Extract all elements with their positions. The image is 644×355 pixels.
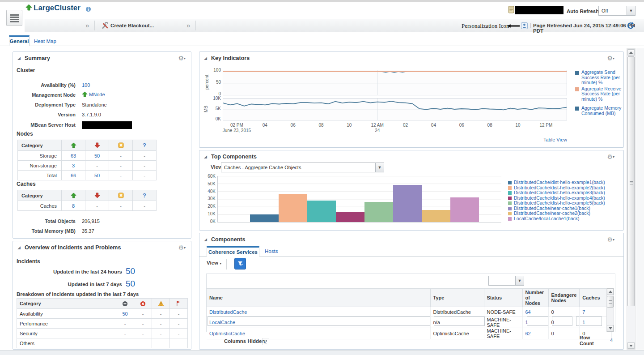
cell-link[interactable]: 8 [72, 203, 75, 209]
overflow-chevron-icon[interactable]: » [85, 21, 89, 29]
cell-link[interactable]: 7 [582, 309, 585, 315]
legend-label[interactable]: Aggregate Send Success Rate (per minute)… [581, 70, 625, 86]
collapse-icon[interactable]: ◢ [204, 237, 207, 242]
down-status-icon[interactable] [85, 140, 109, 151]
table-cell[interactable]: 3 [62, 161, 85, 171]
refresh-icon[interactable] [627, 22, 634, 29]
cell-link[interactable]: DistributedCache [209, 309, 247, 315]
chevron-down-icon[interactable]: ▼ [515, 276, 524, 285]
collapse-icon[interactable]: ◢ [17, 245, 21, 250]
gear-icon[interactable]: ⚙▾ [178, 244, 186, 251]
table-cell[interactable]: DistributedCache [207, 307, 430, 317]
cell-link[interactable]: 63 [71, 153, 76, 158]
horizontal-scroll-strip[interactable] [0, 350, 644, 355]
legend-label[interactable]: DistributedCache/dist-hello-example5(bac… [514, 201, 605, 206]
up-status-icon[interactable] [62, 190, 85, 201]
query-by-example-button[interactable] [234, 258, 246, 269]
bar[interactable] [279, 194, 307, 222]
scrollbar-thumb[interactable] [627, 56, 635, 306]
target-note-icon[interactable] [508, 6, 514, 13]
availability-link[interactable]: 100 [82, 82, 90, 88]
collapse-icon[interactable]: ◢ [204, 56, 207, 60]
cell-link[interactable]: 3 [72, 163, 75, 168]
legend-label[interactable]: Aggregate Receive Success Rate (per minu… [581, 86, 625, 102]
bar[interactable] [364, 202, 393, 222]
table-cell[interactable]: 66 [62, 171, 85, 180]
percent-chart-legend[interactable]: Aggregate Send Success Rate (per minute)… [575, 70, 625, 103]
cell-link[interactable]: 50 [94, 173, 100, 178]
column-header[interactable]: Category [18, 140, 62, 151]
menu-toggle-button[interactable] [6, 10, 22, 26]
cell-link[interactable]: 66 [71, 173, 76, 178]
flag-icon[interactable] [170, 299, 188, 309]
chevron-down-icon[interactable]: ▼ [375, 163, 384, 172]
scroll-down-button[interactable] [627, 342, 635, 349]
table-view-link[interactable]: Table View [223, 137, 567, 142]
incidents-24h-count[interactable]: 50 [126, 266, 135, 276]
create-blackout-button[interactable]: Create Blackout... [110, 23, 154, 28]
table-cell[interactable]: OptimisticCache [207, 328, 430, 339]
legend-label[interactable]: DistributedCache/dist-hello-example3(bac… [514, 190, 605, 196]
scroll-up-button[interactable] [607, 288, 614, 295]
column-header[interactable]: Category [18, 190, 62, 201]
cell-link[interactable]: OptimisticCache [209, 331, 245, 336]
scrollbar-thumb[interactable] [607, 296, 614, 308]
gear-icon[interactable]: ⚙▾ [607, 153, 614, 160]
tab-heat-map[interactable]: Heat Map [34, 38, 56, 44]
cell-link[interactable]: 1 [525, 320, 528, 325]
table-cell[interactable]: 62 [522, 328, 548, 339]
bar[interactable] [393, 185, 422, 222]
filter-status-select[interactable]: ▼ [488, 276, 524, 286]
table-cell[interactable]: 50 [85, 151, 109, 161]
table-cell[interactable]: LocalCache [207, 317, 430, 328]
chevron-down-icon[interactable]: ▼ [627, 6, 635, 15]
memory-chart-plot[interactable] [223, 98, 567, 120]
overflow-chevron-icon[interactable]: » [186, 21, 190, 29]
cell-link[interactable]: 50 [122, 311, 127, 317]
bar[interactable] [307, 201, 336, 222]
bar[interactable] [422, 210, 450, 222]
legend-label[interactable]: LocalCache/local-cache1(back) [514, 216, 580, 222]
warning-icon[interactable] [152, 299, 170, 309]
cell-link[interactable]: 50 [94, 153, 100, 158]
unknown-status-icon[interactable] [109, 140, 133, 151]
cell-link[interactable]: 1 [582, 320, 585, 325]
bar-chart-legend[interactable]: DistributedCache/dist-hello-example1(bac… [508, 180, 605, 221]
legend-label[interactable]: DistributedCache/dist-hello-example1(bac… [514, 180, 605, 185]
view-menu-button[interactable]: View ▾ [207, 260, 221, 265]
table-cell[interactable]: 1 [522, 317, 548, 328]
tab-general[interactable]: General [9, 35, 30, 46]
personalization-icon[interactable] [521, 22, 528, 29]
pending-status-icon[interactable]: ? [133, 190, 157, 201]
tab-hosts[interactable]: Hosts [265, 248, 278, 254]
percent-chart-plot[interactable] [223, 70, 567, 95]
legend-label[interactable]: Aggregate Memory Consumed (MB) [581, 106, 625, 116]
top-components-view-select[interactable]: Caches - Aggregate Cache Objects ▼ [221, 163, 384, 172]
cell-link[interactable]: 62 [525, 331, 531, 336]
legend-label[interactable]: DistributedCache/near-cache2(back) [514, 211, 590, 216]
cell-link[interactable]: LocalCache [209, 320, 235, 325]
table-cell[interactable]: 64 [522, 307, 548, 317]
table-scrollbar[interactable] [606, 288, 614, 332]
column-header-status[interactable]: Status [484, 289, 522, 307]
page-scrollbar[interactable] [627, 48, 636, 350]
collapse-icon[interactable]: ◢ [204, 154, 207, 159]
bar[interactable] [450, 197, 479, 222]
management-node-link[interactable]: MNode [89, 92, 105, 97]
column-header-type[interactable]: Type [430, 289, 484, 307]
scroll-down-button[interactable] [607, 325, 614, 332]
bar[interactable] [250, 214, 279, 222]
gear-icon[interactable]: ⚙▾ [178, 55, 186, 62]
scroll-up-button[interactable] [627, 49, 635, 56]
bar[interactable] [336, 212, 364, 222]
fatal-icon[interactable] [116, 299, 134, 309]
info-icon[interactable] [85, 6, 91, 12]
auto-refresh-select[interactable]: Off ▼ [598, 6, 636, 16]
table-cell[interactable]: 50 [116, 309, 134, 319]
table-cell[interactable]: 8 [62, 201, 85, 211]
tab-coherence-services[interactable]: Coherence Services [207, 246, 259, 257]
memory-chart-legend[interactable]: Aggregate Memory Consumed (MB) [575, 106, 625, 118]
up-status-icon[interactable] [62, 140, 85, 151]
table-cell[interactable]: 50 [85, 171, 109, 180]
column-header-number-of-nodes[interactable]: Number of Nodes [522, 289, 548, 307]
